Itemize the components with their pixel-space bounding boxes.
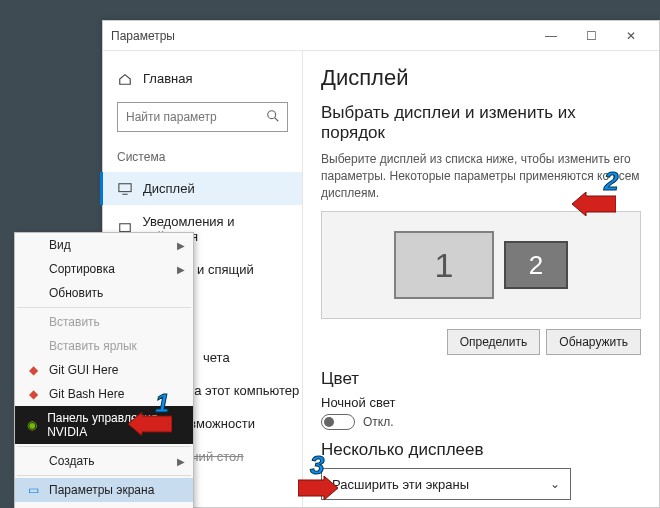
- svg-line-1: [275, 118, 279, 122]
- ctx-new[interactable]: Создать▶: [15, 449, 193, 473]
- annotation-number-3: 3: [310, 450, 324, 481]
- annotation-number-2: 2: [604, 166, 618, 197]
- night-light-toggle[interactable]: Откл.: [321, 414, 641, 430]
- ctx-view[interactable]: Вид▶: [15, 233, 193, 257]
- window-buttons: — ☐ ✕: [531, 21, 651, 51]
- svg-point-0: [268, 111, 276, 119]
- chevron-right-icon: ▶: [177, 240, 185, 251]
- content-pane: Дисплей Выбрать дисплеи и изменить их по…: [303, 51, 659, 507]
- toggle-track: [321, 414, 355, 430]
- sidebar-item-label: Дисплей: [143, 181, 195, 196]
- ctx-personalization[interactable]: 🖌Персонализация: [15, 502, 193, 508]
- nvidia-icon: ◉: [25, 418, 39, 432]
- desktop-context-menu: Вид▶ Сортировка▶ Обновить Вставить Встав…: [14, 232, 194, 508]
- multi-display-dropdown[interactable]: Расширить эти экраны ⌄: [321, 468, 571, 500]
- annotation-number-1: 1: [155, 388, 169, 419]
- chevron-down-icon: ⌄: [550, 477, 560, 491]
- ctx-separator: [17, 475, 191, 476]
- sidebar-home-label: Главная: [143, 71, 192, 86]
- close-button[interactable]: ✕: [611, 21, 651, 51]
- detect-button[interactable]: Обнаружить: [546, 329, 641, 355]
- minimize-button[interactable]: —: [531, 21, 571, 51]
- monitor-2[interactable]: 2: [504, 241, 568, 289]
- sidebar-section-label: Система: [103, 146, 302, 172]
- ctx-sort[interactable]: Сортировка▶: [15, 257, 193, 281]
- night-light-label: Ночной свет: [321, 395, 641, 410]
- toggle-thumb: [324, 417, 334, 427]
- chevron-right-icon: ▶: [177, 456, 185, 467]
- ctx-refresh[interactable]: Обновить: [15, 281, 193, 305]
- chevron-right-icon: ▶: [177, 264, 185, 275]
- svg-rect-4: [119, 224, 130, 232]
- multiple-displays-heading: Несколько дисплеев: [321, 440, 641, 460]
- sidebar-home[interactable]: Главная: [103, 65, 302, 92]
- svg-rect-2: [119, 183, 131, 191]
- window-title: Параметры: [111, 29, 531, 43]
- toggle-state-label: Откл.: [363, 415, 394, 429]
- titlebar: Параметры — ☐ ✕: [103, 21, 659, 51]
- maximize-button[interactable]: ☐: [571, 21, 611, 51]
- select-displays-heading: Выбрать дисплеи и изменить их порядок: [321, 103, 641, 143]
- color-heading: Цвет: [321, 369, 641, 389]
- identify-button[interactable]: Определить: [447, 329, 541, 355]
- git-bash-icon: ◆: [25, 387, 41, 401]
- dropdown-value: Расширить эти экраны: [332, 477, 469, 492]
- ctx-paste-shortcut: Вставить ярлык: [15, 334, 193, 358]
- ctx-separator: [17, 446, 191, 447]
- ctx-separator: [17, 307, 191, 308]
- home-icon: [117, 72, 133, 86]
- page-title: Дисплей: [321, 65, 641, 91]
- display-icon: [117, 182, 133, 196]
- search-input[interactable]: [117, 102, 288, 132]
- git-gui-icon: ◆: [25, 363, 41, 377]
- display-settings-icon: ▭: [25, 483, 41, 497]
- ctx-git-gui[interactable]: ◆Git GUI Here: [15, 358, 193, 382]
- search-icon: [266, 109, 280, 126]
- display-arrangement-box[interactable]: 1 2: [321, 211, 641, 319]
- ctx-paste: Вставить: [15, 310, 193, 334]
- search-row: [117, 102, 288, 132]
- display-buttons-row: Определить Обнаружить: [321, 329, 641, 355]
- sidebar-item-display[interactable]: Дисплей: [103, 172, 302, 205]
- monitor-1[interactable]: 1: [394, 231, 494, 299]
- ctx-display-settings[interactable]: ▭Параметры экрана: [15, 478, 193, 502]
